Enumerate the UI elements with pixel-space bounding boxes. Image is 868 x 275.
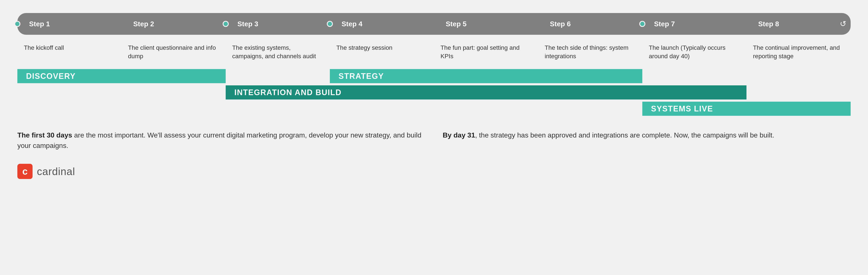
bottom-section: The first 30 days are the most important… [18,130,850,151]
strategy-label: STRATEGY [339,72,384,81]
step7-content: The launch (Typically occurs around day … [642,39,746,65]
bottom-right-rest: , the strategy has been approved and int… [475,131,774,139]
phase-bars: DISCOVERY STRATEGY INTEGRATION AND BUILD [18,69,850,117]
step8-label: Step 8 [753,20,779,28]
step8-content: The continual improvement, and reporting… [746,39,850,65]
step-header-8: Step 8 ↺ [746,13,850,35]
bottom-left-text: The first 30 days are the most important… [18,130,425,151]
step1-content: The kickoff call [18,39,122,65]
discovery-bar: DISCOVERY [18,69,226,83]
refresh-icon: ↺ [840,19,846,28]
steps-content: The kickoff call The client questionnair… [18,39,850,65]
step-header-4: Step 4 [330,13,434,35]
step3-dot [223,21,229,27]
systems-live-bar: SYSTEMS LIVE [642,102,850,116]
step1-label: Step 1 [24,20,50,28]
step-header-1: Step 1 [18,13,122,35]
bottom-right-text: By day 31, the strategy has been approve… [443,130,850,151]
step4-content: The strategy session [330,39,434,65]
svg-text:c: c [22,166,28,177]
bottom-right-bold: By day 31 [443,131,475,139]
discovery-label: DISCOVERY [26,72,76,81]
step-header-3: Step 3 [226,13,330,35]
step-header-6: Step 6 [538,13,642,35]
step2-content: The client questionnaire and info dump [122,39,226,65]
step7-dot [639,21,645,27]
integration-bar: INTEGRATION AND BUILD [226,85,746,100]
bottom-left-rest: are the most important. We'll assess you… [18,131,422,149]
phase-row-2: INTEGRATION AND BUILD [18,85,850,100]
step-header-2: Step 2 [122,13,226,35]
cardinal-logo-icon: c [18,164,33,179]
phase-row-3: SYSTEMS LIVE [18,102,850,116]
bottom-left-bold: The first 30 days [18,131,72,139]
step3-content: The existing systems, campaigns, and cha… [226,39,330,65]
step5-label: Step 5 [440,20,467,28]
step6-label: Step 6 [545,20,571,28]
timeline-header: Step 1 Step 2 Step 3 Step 4 Step 5 Step … [18,13,850,35]
step4-label: Step 4 [336,20,362,28]
step-header-7: Step 7 [642,13,746,35]
step4-dot [327,21,333,27]
systems-live-label: SYSTEMS LIVE [651,104,713,113]
main-container: Step 1 Step 2 Step 3 Step 4 Step 5 Step … [0,0,868,275]
phase-row-1: DISCOVERY STRATEGY [18,69,850,83]
step5-content: The fun part: goal setting and KPIs [434,39,538,65]
integration-label: INTEGRATION AND BUILD [235,88,342,97]
step6-content: The tech side of things: system integrat… [538,39,642,65]
step3-label: Step 3 [232,20,258,28]
step1-dot [14,21,21,27]
logo-text: cardinal [37,166,75,177]
step2-label: Step 2 [128,20,154,28]
logo-area: c cardinal [18,164,850,179]
step-header-5: Step 5 [434,13,538,35]
step7-label: Step 7 [649,20,675,28]
strategy-bar: STRATEGY [330,69,642,83]
